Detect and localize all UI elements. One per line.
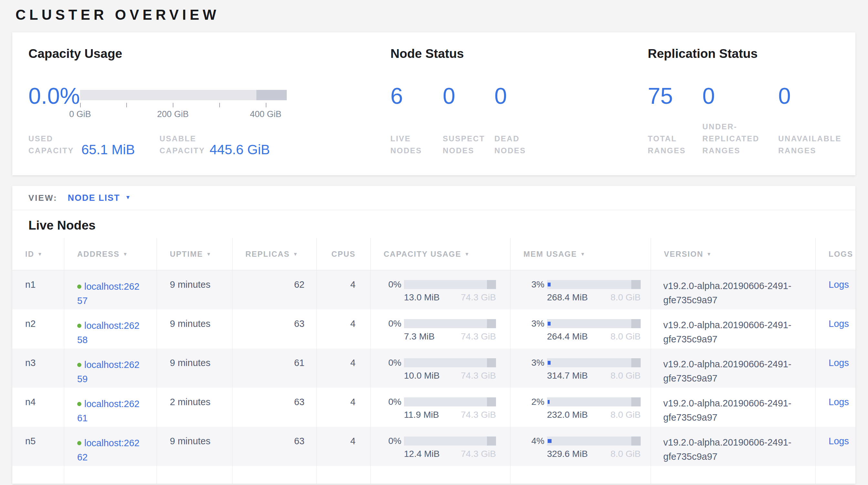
column-header-cpus: CPUS — [316, 238, 370, 270]
version-cell: v19.2.0-alpha.20190606-2491-gfe735c9a97 — [651, 270, 815, 309]
logs-link[interactable]: Logs — [829, 279, 849, 290]
column-header-uptime[interactable]: UPTIME▼ — [157, 238, 232, 270]
capacity-usage-cell: 0% 12.4 MiB 74.3 GiB — [370, 427, 510, 466]
column-header-replicas[interactable]: REPLICAS▼ — [232, 238, 316, 270]
node-address-link[interactable]: localhost:26261 — [77, 399, 140, 423]
cpus-cell: 4 — [316, 348, 370, 388]
column-header-logs: LOGS — [815, 238, 856, 270]
capacity-meter-dark-segment — [256, 90, 287, 100]
uptime-cell: 9 minutes — [157, 348, 232, 388]
cpus-value: 4 — [350, 436, 355, 446]
replicas-value: 63 — [294, 397, 305, 407]
mem-used-value: 314.7 MiB — [547, 371, 588, 381]
version-cell: v19.2.0-alpha.20190606-2491-gfe735c9a97 — [651, 427, 815, 466]
dead-nodes-label: DEAD NODES — [494, 133, 526, 156]
column-header-label: VERSION — [664, 250, 703, 259]
capacity-dark-segment — [487, 319, 496, 328]
mem-usage-cell: 2% 232.0 MiB 8.0 GiB — [510, 388, 651, 427]
sort-arrow-icon: ▼ — [464, 251, 470, 257]
mem-usage-cell: 4% 329.6 MiB 8.0 GiB — [510, 427, 651, 466]
column-header-label: LOGS — [829, 250, 853, 259]
live-nodes-count: 6 — [391, 85, 403, 107]
node-id-cell: n2 — [12, 309, 64, 348]
column-header-label: REPLICAS — [245, 250, 290, 259]
sort-arrow-icon: ▼ — [37, 251, 43, 257]
uptime-cell: 2 minutes — [157, 388, 232, 427]
column-header-version[interactable]: VERSION▼ — [651, 238, 815, 270]
under-replicated-ranges-label: UNDER- REPLICATED RANGES — [702, 121, 760, 156]
column-header-address[interactable]: ADDRESS▼ — [64, 238, 157, 270]
used-capacity-value: 65.1 MiB — [82, 143, 135, 156]
capacity-percent-value: 0% — [377, 318, 401, 329]
column-header-capacity-usage[interactable]: CAPACITY USAGE▼ — [370, 238, 510, 270]
mem-percent-value: 4% — [517, 436, 545, 446]
page-title: CLUSTER OVERVIEW — [16, 8, 868, 22]
live-nodes-label: LIVE NODES — [391, 133, 422, 156]
table-row: n4 localhost:26261 2 minutes 63 4 0% 11.… — [12, 388, 856, 427]
node-address-cell: localhost:26259 — [64, 348, 157, 388]
mem-dark-segment — [631, 319, 641, 328]
logs-link[interactable]: Logs — [829, 436, 849, 446]
capacity-usage-cell: 0% 11.9 MiB 74.3 GiB — [370, 388, 510, 427]
sort-arrow-icon: ▼ — [123, 251, 128, 257]
replicas-cell: 61 — [232, 348, 316, 388]
capacity-total-value: 74.3 GiB — [461, 332, 496, 342]
capacity-tick — [173, 103, 174, 107]
mem-used-value: 329.6 MiB — [547, 449, 588, 459]
capacity-dark-segment — [487, 397, 496, 406]
node-address-link[interactable]: localhost:26262 — [77, 438, 140, 462]
node-address-link[interactable]: localhost:26259 — [77, 360, 140, 384]
suspect-nodes-count: 0 — [443, 85, 455, 107]
node-id-cell: n1 — [12, 270, 64, 309]
logs-link[interactable]: Logs — [829, 318, 849, 329]
node-id: n5 — [25, 436, 35, 446]
logs-cell: Logs — [815, 427, 856, 466]
usable-capacity-label: USABLE CAPACITY — [159, 133, 205, 156]
logs-cell: Logs — [815, 309, 856, 348]
used-capacity-label: USED CAPACITY — [28, 133, 74, 156]
node-id-cell: n4 — [12, 388, 64, 427]
sort-arrow-icon: ▼ — [293, 251, 299, 257]
mem-used-value: 268.4 MiB — [547, 292, 588, 303]
usable-capacity-value: 445.6 GiB — [210, 143, 270, 156]
cpus-value: 4 — [350, 397, 355, 407]
mem-percent-value: 3% — [517, 358, 545, 368]
uptime-value: 9 minutes — [170, 358, 211, 368]
capacity-percent-value: 0% — [377, 358, 401, 368]
replicas-value: 62 — [294, 279, 305, 290]
version-cell: v19.2.0-alpha.20190606-2491-gfe735c9a97 — [651, 388, 815, 427]
uptime-value: 9 minutes — [170, 436, 211, 446]
mem-usage-bar — [547, 436, 641, 446]
view-selector-dropdown[interactable]: NODE LIST ▼ — [68, 193, 131, 203]
mem-usage-bar — [547, 358, 641, 367]
node-address-link[interactable]: localhost:26258 — [77, 320, 140, 345]
capacity-used-value: 7.3 MiB — [404, 332, 435, 342]
logs-link[interactable]: Logs — [829, 358, 849, 368]
capacity-usage-bar — [404, 436, 496, 446]
under-replicated-ranges-count: 0 — [702, 85, 715, 107]
mem-total-value: 8.0 GiB — [611, 371, 641, 381]
uptime-cell: 9 minutes — [157, 270, 232, 309]
node-status-title: Node Status — [391, 47, 464, 60]
live-nodes-section-title: Live Nodes — [28, 219, 856, 231]
column-header-mem-usage[interactable]: MEM USAGE▼ — [510, 238, 651, 270]
column-header-id[interactable]: ID▼ — [12, 238, 64, 270]
capacity-usage-bar — [404, 397, 496, 406]
mem-dark-segment — [631, 358, 641, 367]
logs-link[interactable]: Logs — [829, 397, 849, 407]
node-live-dot-icon — [77, 363, 82, 367]
mem-used-segment — [548, 439, 552, 443]
total-ranges-count: 75 — [648, 85, 673, 107]
capacity-tick-label: 200 GiB — [157, 109, 189, 119]
capacity-usage-cell: 0% 10.0 MiB 74.3 GiB — [370, 348, 510, 388]
replication-status-title: Replication Status — [648, 47, 757, 60]
node-id: n1 — [25, 279, 35, 290]
mem-used-value: 264.4 MiB — [547, 332, 588, 342]
column-header-label: ID — [25, 250, 34, 259]
capacity-percent-value: 0% — [377, 436, 401, 446]
capacity-used-value: 12.4 MiB — [404, 449, 440, 459]
node-address-cell: localhost:26261 — [64, 388, 157, 427]
node-address-link[interactable]: localhost:26257 — [77, 281, 140, 306]
mem-usage-cell: 3% 264.4 MiB 8.0 GiB — [510, 309, 651, 348]
view-selected-value: NODE LIST — [68, 193, 120, 203]
